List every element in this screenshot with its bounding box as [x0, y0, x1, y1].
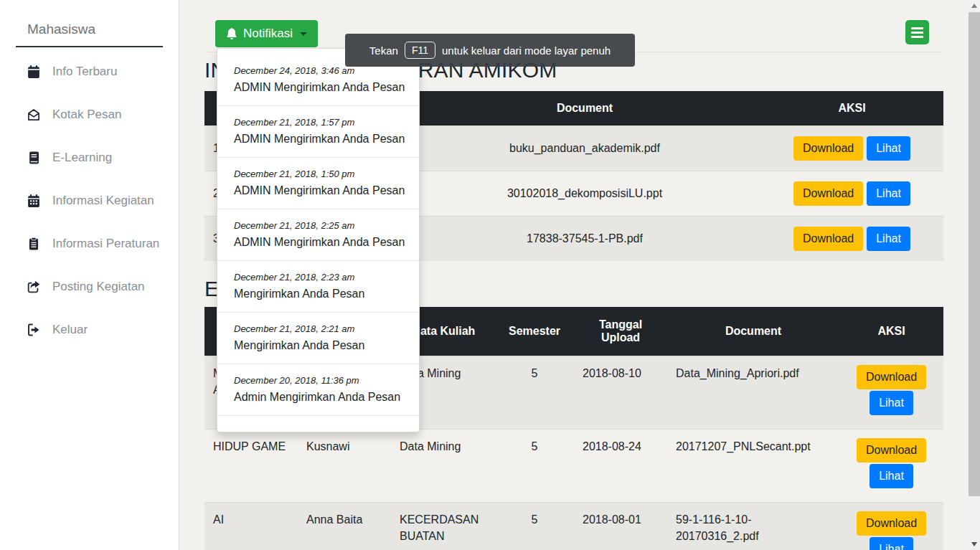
calendar-grid-icon	[27, 194, 40, 207]
notifications-button-label: Notifikasi	[243, 27, 293, 41]
aksi-cell: Download Lihat	[839, 429, 943, 502]
dosen-cell: Kusnawi	[298, 429, 391, 502]
sidebar-nav: Info Terbaru Kotak Pesan E-Learning Info…	[0, 50, 179, 351]
scroll-down-arrow-icon[interactable]	[971, 542, 977, 546]
notification-message: ADMIN Mengirimkan Anda Pesan	[234, 183, 402, 199]
document-name: Data_Mining_Apriori.pdf	[667, 356, 839, 429]
aksi-cell: Download Lihat	[760, 216, 943, 261]
download-button[interactable]: Download	[857, 511, 926, 536]
notification-message: Mengirimkan Anda Pesan	[234, 338, 402, 354]
notifications-dropdown: December 24, 2018, 3:46 am ADMIN Mengiri…	[217, 48, 420, 432]
notification-date: December 21, 2018, 2:23 am	[234, 271, 402, 284]
notification-message: Admin Mengirimkan Anda Pesan	[234, 389, 402, 405]
notification-item[interactable]: December 21, 2018, 2:25 am ADMIN Mengiri…	[217, 209, 419, 260]
col-document: Document	[409, 91, 760, 125]
notifications-button[interactable]: Notifikasi	[215, 20, 318, 47]
notification-date: December 21, 2018, 2:21 am	[234, 323, 402, 336]
notification-message: Mengirimkan Anda Pesan	[234, 286, 402, 302]
document-name: 20171207_PNLSecant.ppt	[667, 429, 839, 502]
tanggal-cell: 2018-08-10	[574, 356, 667, 429]
tanggal-cell: 2018-08-01	[574, 502, 667, 550]
share-icon	[27, 280, 40, 293]
notification-item[interactable]: December 21, 2018, 1:50 pm ADMIN Mengiri…	[217, 158, 419, 209]
download-button[interactable]: Download	[857, 438, 926, 463]
aksi-cell: Download Lihat	[760, 125, 943, 171]
col-aksi: AKSI	[839, 307, 943, 356]
semester-cell: 5	[495, 429, 574, 502]
notification-item[interactable]: December 20, 2018, 11:36 pm Admin Mengir…	[217, 364, 419, 415]
sidebar-item-label: E-Learning	[52, 151, 112, 165]
bell-icon	[226, 28, 237, 39]
clipboard-icon	[27, 237, 40, 250]
toast-text-prefix: Tekan	[369, 44, 398, 57]
document-name: 30102018_dekomposisiLU.ppt	[409, 171, 760, 216]
notification-message: ADMIN Mengirimkan Anda Pesan	[234, 234, 402, 250]
table-row: HIDUP GAME Kusnawi Data Mining 5 2018-08…	[204, 429, 943, 502]
sidebar-item-label: Posting Kegiatan	[52, 280, 145, 294]
lihat-button[interactable]: Lihat	[867, 136, 910, 161]
fullscreen-exit-toast: Tekan F11 untuk keluar dari mode layar p…	[345, 34, 635, 67]
scrollbar-thumb[interactable]	[969, 12, 980, 496]
lihat-button[interactable]: Lihat	[870, 464, 913, 488]
notification-date: December 21, 2018, 1:57 pm	[234, 116, 402, 129]
notification-date: December 20, 2018, 11:36 pm	[234, 374, 402, 387]
toast-text-suffix: untuk keluar dari mode layar penuh	[442, 44, 611, 57]
judul-cell: AI	[204, 502, 298, 550]
semester-cell: 5	[495, 502, 574, 550]
col-semester: Semester	[495, 307, 574, 356]
aksi-cell: Download Lihat	[839, 502, 943, 550]
sidebar-item-posting-kegiatan[interactable]: Posting Kegiatan	[0, 265, 179, 308]
notification-message: ADMIN Mengirimkan Anda Pesan	[234, 131, 402, 147]
mata-kuliah-cell: Data Mining	[391, 429, 495, 502]
sidebar-title: Mahasiswa	[16, 22, 163, 47]
dosen-cell: Anna Baita	[298, 502, 391, 550]
notification-date: December 21, 2018, 2:25 am	[234, 219, 402, 232]
col-aksi: AKSI	[760, 91, 943, 125]
notification-item[interactable]: December 21, 2018, 1:57 pm ADMIN Mengiri…	[217, 106, 419, 157]
chevron-down-icon	[300, 32, 307, 36]
notification-item[interactable]: December 21, 2018, 2:23 am Mengirimkan A…	[217, 261, 419, 312]
sidebar-item-label: Keluar	[52, 323, 88, 337]
sidebar-item-label: Informasi Kegiatan	[52, 194, 154, 208]
calendar-icon	[27, 65, 40, 78]
sidebar-item-elearning[interactable]: E-Learning	[0, 136, 179, 179]
lihat-button[interactable]: Lihat	[870, 537, 913, 550]
judul-cell: HIDUP GAME	[204, 429, 298, 502]
notification-item[interactable]: December 21, 2018, 2:21 am Mengirimkan A…	[217, 313, 419, 364]
sidebar-item-informasi-peraturan[interactable]: Informasi Peraturan	[0, 222, 179, 265]
sidebar-item-info-terbaru[interactable]: Info Terbaru	[0, 50, 179, 93]
sidebar-item-keluar[interactable]: Keluar	[0, 308, 179, 351]
lihat-button[interactable]: Lihat	[870, 391, 913, 415]
envelope-open-icon	[27, 108, 40, 121]
download-button[interactable]: Download	[793, 136, 863, 161]
hamburger-icon	[911, 32, 923, 34]
sidebar-item-label: Kotak Pesan	[52, 108, 121, 122]
lihat-button[interactable]: Lihat	[867, 227, 910, 251]
hamburger-icon	[911, 36, 923, 38]
aksi-cell: Download Lihat	[839, 356, 943, 429]
document-name: 59-1-116-1-10-20170316_2.pdf	[667, 502, 839, 550]
notification-message: ADMIN Mengirimkan Anda Pesan	[234, 80, 402, 95]
sidebar-item-kotak-pesan[interactable]: Kotak Pesan	[0, 93, 179, 136]
sidebar-item-label: Info Terbaru	[52, 65, 117, 79]
tanggal-cell: 2018-08-24	[574, 429, 667, 502]
sidebar-toggle-button[interactable]	[905, 20, 929, 44]
sidebar-item-informasi-kegiatan[interactable]: Informasi Kegiatan	[0, 179, 179, 222]
download-button[interactable]: Download	[793, 227, 863, 251]
aksi-cell: Download Lihat	[760, 171, 943, 216]
lihat-button[interactable]: Lihat	[867, 181, 910, 206]
f11-key-badge: F11	[405, 42, 435, 59]
col-document: Document	[667, 307, 839, 356]
col-tanggal-upload: Tanggal Upload	[574, 307, 667, 356]
document-name: buku_panduan_akademik.pdf	[409, 125, 760, 171]
book-icon	[27, 151, 40, 164]
notification-date: December 21, 2018, 1:50 pm	[234, 168, 402, 181]
vertical-scrollbar[interactable]	[969, 0, 980, 550]
table-row: AI Anna Baita KECERDASAN BUATAN 5 2018-0…	[204, 502, 943, 550]
semester-cell: 5	[495, 356, 574, 429]
sign-out-icon	[27, 323, 40, 336]
download-button[interactable]: Download	[857, 365, 926, 389]
sidebar-item-label: Informasi Peraturan	[52, 237, 159, 251]
scroll-up-arrow-icon[interactable]	[971, 4, 977, 8]
download-button[interactable]: Download	[793, 181, 863, 206]
